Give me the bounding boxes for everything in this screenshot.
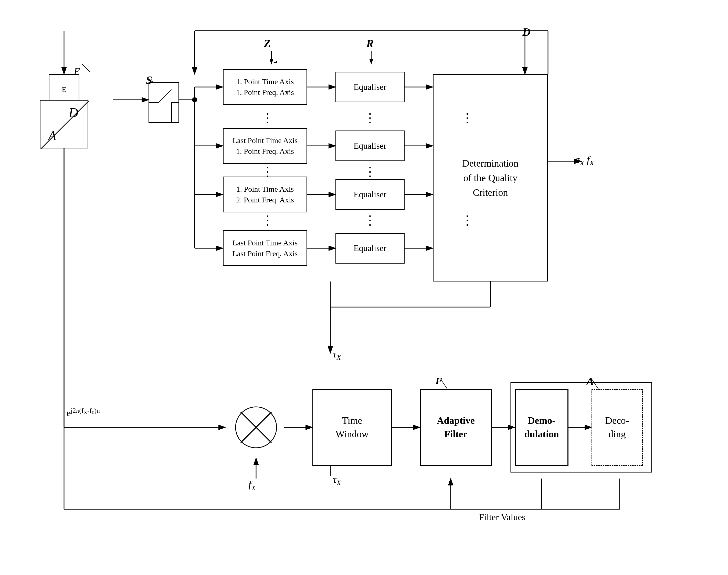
point-block-2: Last Point Time Axis1. Point Freq. Axis (223, 128, 307, 164)
dots-main-2: ⋮ (461, 215, 474, 225)
f-label: F (435, 375, 442, 387)
dots-1: ⋮ (261, 112, 274, 123)
equaliser-2: Equaliser (336, 131, 405, 161)
s-label: S (146, 74, 152, 87)
point-block-3-text: 1. Point Time Axis2. Point Freq. Axis (236, 184, 294, 205)
a-bottom-label: A (587, 375, 594, 388)
equaliser-2-label: Equaliser (354, 141, 386, 151)
time-window-label: TimeWindow (336, 414, 369, 441)
diagram-container: { "title": "Signal Processing Block Diag… (0, 0, 728, 575)
equaliser-4: Equaliser (336, 233, 405, 264)
tau-x-output-label: τX fX (576, 154, 594, 167)
equaliser-3-label: Equaliser (354, 190, 386, 199)
point-block-4: Last Point Time AxisLast Point Freq. Axi… (223, 230, 307, 266)
filter-values-label: Filter Values (479, 512, 526, 522)
svg-text:D: D (68, 105, 78, 120)
svg-line-58 (159, 90, 171, 102)
dots-eq-2: ⋮ (363, 166, 376, 176)
dots-main-1: ⋮ (461, 112, 474, 123)
svg-line-50 (82, 64, 90, 72)
equaliser-3: Equaliser (336, 179, 405, 210)
svg-rect-65 (511, 382, 652, 472)
point-block-2-text: Last Point Time Axis1. Point Freq. Axis (232, 135, 297, 157)
svg-text:A: A (48, 129, 56, 143)
point-block-1-text: 1. Point Time Axis1. Point Freq. Axis (236, 76, 294, 98)
equaliser-4-label: Equaliser (354, 243, 386, 253)
adaptive-filter-label: AdaptiveFilter (437, 414, 475, 441)
e-label: E (74, 65, 80, 77)
r-label: R (366, 37, 374, 50)
quality-block-text: Determinationof the QualityCriterion (462, 156, 518, 200)
equaliser-1: Equaliser (336, 72, 405, 102)
d-top-label: D (523, 26, 531, 39)
dots-2: ⋮ (261, 166, 274, 176)
dots-eq-3: ⋮ (363, 215, 376, 225)
ad-block: A D (40, 100, 88, 148)
tau-x-top-label: τX (333, 348, 341, 362)
exp-label: ej2π(fX-f0)n (67, 407, 100, 418)
point-block-3: 1. Point Time Axis2. Point Freq. Axis (223, 176, 307, 212)
dots-eq-1: ⋮ (363, 112, 376, 123)
point-block-1: 1. Point Time Axis1. Point Freq. Axis (223, 69, 307, 105)
point-block-4-text: Last Point Time AxisLast Point Freq. Axi… (232, 237, 297, 259)
adaptive-filter-block: AdaptiveFilter (420, 389, 492, 466)
time-window-block: TimeWindow (312, 389, 392, 466)
z-label: Z (264, 37, 271, 50)
quality-block: Determinationof the QualityCriterion (433, 74, 548, 281)
tau-x-bottom-label: τX (333, 473, 341, 487)
dots-3: ⋮ (261, 215, 274, 225)
f-x-input-label: fX (248, 478, 256, 492)
svg-line-54 (40, 101, 89, 149)
equaliser-1-label: Equaliser (354, 82, 386, 92)
